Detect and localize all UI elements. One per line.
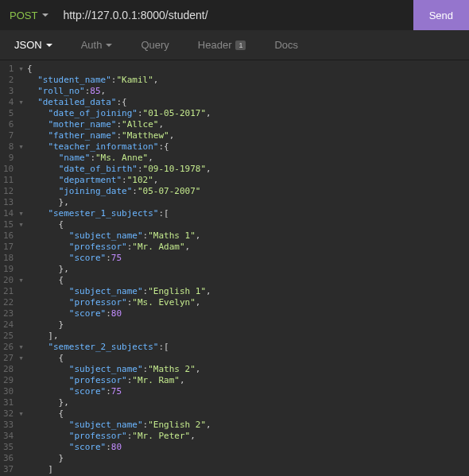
line-number: 15 xyxy=(3,219,14,230)
code-line[interactable]: "joining_date":"05-07-2007" xyxy=(27,186,469,197)
code-line[interactable]: "detailed_data":{ xyxy=(27,97,469,108)
code-line[interactable]: "score":80 xyxy=(27,442,469,453)
body-type-tab[interactable]: JSON xyxy=(0,30,67,60)
code-line[interactable]: "score":75 xyxy=(27,253,469,264)
fold-gutter[interactable]: ▾ ▾ ▾ ▾▾ ▾ ▾▾ ▾ xyxy=(18,64,27,476)
code-line[interactable]: "professor":"Mr. Adam", xyxy=(27,242,469,253)
line-number: 3 xyxy=(3,86,14,97)
fold-toggle-icon[interactable]: ▾ xyxy=(18,342,24,353)
fold-toggle-icon[interactable]: ▾ xyxy=(18,64,24,75)
line-number: 8 xyxy=(3,141,14,153)
chevron-down-icon xyxy=(42,14,48,17)
fold-toggle-icon[interactable]: ▾ xyxy=(18,408,24,420)
fold-spacer xyxy=(18,242,24,253)
fold-toggle-icon[interactable]: ▾ xyxy=(18,353,24,364)
line-number-gutter: 1234567891011121314151617181920212223242… xyxy=(0,64,18,476)
line-number: 33 xyxy=(3,420,14,431)
code-line[interactable]: "subject_name":"English 2", xyxy=(27,420,469,431)
fold-spacer xyxy=(18,420,24,431)
fold-spacer xyxy=(18,164,24,175)
http-method-dropdown[interactable]: POST xyxy=(10,10,55,21)
line-number: 20 xyxy=(3,275,14,286)
body-type-label: JSON xyxy=(14,39,42,51)
line-number: 6 xyxy=(3,119,14,130)
fold-toggle-icon[interactable]: ▾ xyxy=(18,219,24,230)
code-line[interactable]: "father_name":"Matthew", xyxy=(27,130,469,141)
fold-spacer xyxy=(18,253,24,264)
chevron-down-icon xyxy=(106,44,112,47)
docs-tab[interactable]: Docs xyxy=(260,30,312,60)
code-line[interactable]: "name":"Ms. Anne", xyxy=(27,153,469,164)
auth-tab[interactable]: Auth xyxy=(67,30,127,60)
fold-toggle-icon[interactable]: ▾ xyxy=(18,141,24,153)
line-number: 28 xyxy=(3,364,14,375)
code-line[interactable]: ], xyxy=(27,331,469,342)
code-line[interactable]: "date_of_birth":"09-10-1978", xyxy=(27,164,469,175)
url-input[interactable] xyxy=(55,0,413,30)
code-line[interactable]: "subject_name":"Maths 2", xyxy=(27,364,469,375)
code-line[interactable]: { xyxy=(27,64,469,75)
code-line[interactable]: { xyxy=(27,275,469,286)
line-number: 37 xyxy=(3,464,14,475)
line-number: 14 xyxy=(3,208,14,219)
fold-toggle-icon[interactable]: ▾ xyxy=(18,97,24,108)
query-tab[interactable]: Query xyxy=(126,30,183,60)
fold-spacer xyxy=(18,130,24,141)
code-line[interactable]: } xyxy=(27,453,469,464)
line-number: 31 xyxy=(3,397,14,408)
line-number: 12 xyxy=(3,186,14,197)
fold-spacer xyxy=(18,230,24,242)
json-editor[interactable]: 1234567891011121314151617181920212223242… xyxy=(0,60,469,476)
code-line[interactable]: "semester_2_subjects":[ xyxy=(27,342,469,353)
code-line[interactable]: "professor":"Mr. Ram", xyxy=(27,375,469,386)
line-number: 21 xyxy=(3,286,14,297)
fold-spacer xyxy=(18,286,24,297)
line-number: 23 xyxy=(3,308,14,319)
code-line[interactable]: "subject_name":"Maths 1", xyxy=(27,230,469,242)
line-number: 35 xyxy=(3,442,14,453)
line-number: 29 xyxy=(3,375,14,386)
code-line[interactable]: "mother_name":"Allce", xyxy=(27,119,469,130)
code-line[interactable]: "roll_no":85, xyxy=(27,86,469,97)
fold-spacer xyxy=(18,297,24,308)
request-bar: POST Send xyxy=(0,0,469,30)
code-content[interactable]: { "student_name":"Kamil", "roll_no":85, … xyxy=(27,64,469,476)
header-count-badge: 1 xyxy=(235,41,246,50)
code-line[interactable]: "department":"102", xyxy=(27,175,469,186)
code-line[interactable]: { xyxy=(27,219,469,230)
code-line[interactable]: { xyxy=(27,353,469,364)
line-number: 34 xyxy=(3,431,14,442)
line-number: 4 xyxy=(3,97,14,108)
code-line[interactable]: }, xyxy=(27,264,469,275)
code-line[interactable]: "professor":"Ms. Evelyn", xyxy=(27,297,469,308)
code-line[interactable]: ] xyxy=(27,464,469,475)
line-number: 19 xyxy=(3,264,14,275)
code-line[interactable]: "semester_1_subjects":[ xyxy=(27,208,469,219)
fold-toggle-icon[interactable]: ▾ xyxy=(18,208,24,219)
code-line[interactable]: "score":75 xyxy=(27,386,469,397)
fold-spacer xyxy=(18,319,24,331)
line-number: 5 xyxy=(3,108,14,119)
fold-spacer xyxy=(18,364,24,375)
fold-spacer xyxy=(18,331,24,342)
line-number: 13 xyxy=(3,197,14,208)
code-line[interactable]: { xyxy=(27,408,469,420)
fold-toggle-icon[interactable]: ▾ xyxy=(18,275,24,286)
header-tab[interactable]: Header 1 xyxy=(184,30,261,60)
send-button[interactable]: Send xyxy=(413,0,469,30)
code-line[interactable]: "date_of_joining":"01-05-2017", xyxy=(27,108,469,119)
code-line[interactable]: "score":80 xyxy=(27,308,469,319)
code-line[interactable]: }, xyxy=(27,197,469,208)
fold-spacer xyxy=(18,397,24,408)
line-number: 24 xyxy=(3,319,14,331)
code-line[interactable]: "teacher_information":{ xyxy=(27,141,469,153)
auth-label: Auth xyxy=(81,39,103,51)
code-line[interactable]: }, xyxy=(27,397,469,408)
line-number: 22 xyxy=(3,297,14,308)
fold-spacer xyxy=(18,464,24,475)
code-line[interactable]: "subject_name":"English 1", xyxy=(27,286,469,297)
line-number: 10 xyxy=(3,164,14,175)
code-line[interactable]: "student_name":"Kamil", xyxy=(27,75,469,86)
code-line[interactable]: "professor":"Mr. Peter", xyxy=(27,431,469,442)
code-line[interactable]: } xyxy=(27,319,469,331)
